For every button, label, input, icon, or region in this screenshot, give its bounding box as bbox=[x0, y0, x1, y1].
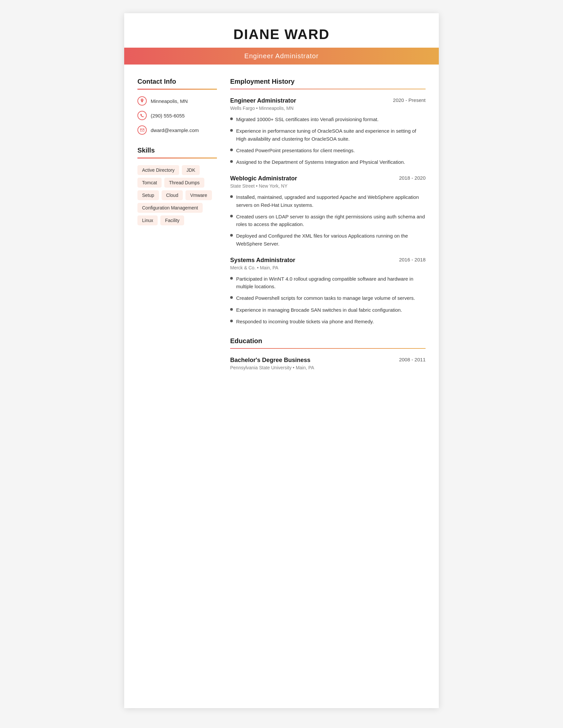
skills-tags-container: Active DirectoryJDKTomcatThread DumpsSet… bbox=[137, 165, 217, 225]
phone-text: (290) 555-6055 bbox=[151, 113, 185, 118]
bullet-text: Installed, maintained, upgraded and supp… bbox=[236, 193, 426, 209]
education-title: Education bbox=[230, 337, 426, 345]
phone-icon bbox=[137, 111, 147, 120]
job-entry: Systems Administrator2016 - 2018Merck & … bbox=[230, 257, 426, 325]
job-company: State Street • New York, NY bbox=[230, 183, 426, 189]
job-bullet: Created Powershell scripts for common ta… bbox=[230, 294, 426, 302]
job-bullet: Migrated 10000+ SSL certificates into Ve… bbox=[230, 115, 426, 123]
skills-divider bbox=[137, 158, 217, 159]
job-dates: 2016 - 2018 bbox=[399, 257, 426, 262]
job-dates: 2018 - 2020 bbox=[399, 175, 426, 181]
email-text: dward@example.com bbox=[151, 127, 199, 133]
email-icon bbox=[137, 125, 147, 135]
skill-tag: Vmware bbox=[185, 190, 211, 200]
bullet-dot bbox=[230, 296, 233, 299]
bullet-text: Created Powershell scripts for common ta… bbox=[236, 294, 415, 302]
job-title: Systems Administrator bbox=[230, 257, 295, 264]
bullet-text: Deployed and Configured the XML files fo… bbox=[236, 232, 426, 248]
job-header: Engineer Administrator2020 - Present bbox=[230, 97, 426, 104]
bullet-text: Assigned to the Department of Systems In… bbox=[236, 158, 405, 166]
job-company: Merck & Co. • Main, PA bbox=[230, 265, 426, 270]
job-title: Engineer Administrator bbox=[230, 97, 296, 104]
skill-tag: Configuration Management bbox=[137, 203, 203, 213]
job-header: Weblogic Administrator2018 - 2020 bbox=[230, 175, 426, 182]
bullet-dot bbox=[230, 277, 233, 280]
edu-degree: Bachelor's Degree Business bbox=[230, 357, 310, 364]
job-bullet: Created users on LDAP server to assign t… bbox=[230, 213, 426, 228]
bullet-dot bbox=[230, 195, 233, 198]
job-bullet: Installed, maintained, upgraded and supp… bbox=[230, 193, 426, 209]
main-content: Employment History Engineer Administrato… bbox=[230, 78, 426, 382]
bullet-dot bbox=[230, 234, 233, 237]
education-divider bbox=[230, 348, 426, 349]
job-entry: Weblogic Administrator2018 - 2020State S… bbox=[230, 175, 426, 248]
resume-body: Contact Info Minneapolis, MN bbox=[124, 65, 439, 395]
job-bullet: Participated in WinNT 4.0 rollout upgrad… bbox=[230, 275, 426, 291]
bullet-dot bbox=[230, 308, 233, 311]
employment-section: Employment History Engineer Administrato… bbox=[230, 78, 426, 325]
skill-tag: Active Directory bbox=[137, 165, 179, 175]
contact-section: Contact Info Minneapolis, MN bbox=[137, 78, 217, 135]
edu-header: Bachelor's Degree Business2008 - 2011 bbox=[230, 357, 426, 364]
job-bullet: Experience in performance tuning of Orac… bbox=[230, 127, 426, 143]
job-entry: Engineer Administrator2020 - PresentWell… bbox=[230, 97, 426, 166]
bullet-dot bbox=[230, 149, 233, 151]
skills-section: Skills Active DirectoryJDKTomcatThread D… bbox=[137, 147, 217, 225]
job-bullet: Responded to incoming trouble tickets vi… bbox=[230, 318, 426, 325]
edu-school: Pennsylvania State University • Main, PA bbox=[230, 365, 426, 370]
skill-tag: Cloud bbox=[162, 190, 183, 200]
skill-tag: Thread Dumps bbox=[164, 178, 204, 188]
job-bullet: Experience in managing Brocade SAN switc… bbox=[230, 306, 426, 314]
job-bullet: Deployed and Configured the XML files fo… bbox=[230, 232, 426, 248]
education-section: Education Bachelor's Degree Business2008… bbox=[230, 337, 426, 370]
title-bar: Engineer Administrator bbox=[124, 48, 439, 65]
skill-tag: Linux bbox=[137, 215, 158, 225]
job-title: Weblogic Administrator bbox=[230, 175, 297, 182]
job-bullet: Assigned to the Department of Systems In… bbox=[230, 158, 426, 166]
bullet-dot bbox=[230, 117, 233, 120]
bullet-text: Experience in performance tuning of Orac… bbox=[236, 127, 426, 143]
employment-title: Employment History bbox=[230, 78, 426, 85]
contact-location: Minneapolis, MN bbox=[137, 96, 217, 106]
edu-entry: Bachelor's Degree Business2008 - 2011Pen… bbox=[230, 357, 426, 370]
skill-tag: JDK bbox=[182, 165, 200, 175]
location-text: Minneapolis, MN bbox=[151, 98, 188, 104]
job-company: Wells Fargo • Minneapolis, MN bbox=[230, 106, 426, 111]
bullet-dot bbox=[230, 215, 233, 217]
contact-phone: (290) 555-6055 bbox=[137, 111, 217, 120]
employment-divider bbox=[230, 89, 426, 89]
education-container: Bachelor's Degree Business2008 - 2011Pen… bbox=[230, 357, 426, 370]
location-icon bbox=[137, 96, 147, 106]
bullet-dot bbox=[230, 129, 233, 132]
skills-title: Skills bbox=[137, 147, 217, 154]
skill-tag: Setup bbox=[137, 190, 159, 200]
contact-email: dward@example.com bbox=[137, 125, 217, 135]
bullet-text: Experience in managing Brocade SAN switc… bbox=[236, 306, 402, 314]
job-dates: 2020 - Present bbox=[393, 97, 426, 103]
candidate-name: DIANE WARD bbox=[131, 26, 432, 42]
bullet-dot bbox=[230, 160, 233, 163]
candidate-title: Engineer Administrator bbox=[131, 52, 432, 60]
skill-tag: Tomcat bbox=[137, 178, 162, 188]
resume-header: DIANE WARD bbox=[124, 13, 439, 42]
resume-container: DIANE WARD Engineer Administrator Contac… bbox=[124, 13, 439, 708]
contact-title: Contact Info bbox=[137, 78, 217, 85]
sidebar: Contact Info Minneapolis, MN bbox=[137, 78, 217, 382]
bullet-text: Participated in WinNT 4.0 rollout upgrad… bbox=[236, 275, 426, 291]
job-bullet: Created PowerPoint presentations for cli… bbox=[230, 147, 426, 154]
job-header: Systems Administrator2016 - 2018 bbox=[230, 257, 426, 264]
bullet-text: Created users on LDAP server to assign t… bbox=[236, 213, 426, 228]
bullet-text: Responded to incoming trouble tickets vi… bbox=[236, 318, 374, 325]
jobs-container: Engineer Administrator2020 - PresentWell… bbox=[230, 97, 426, 325]
bullet-dot bbox=[230, 320, 233, 322]
edu-dates: 2008 - 2011 bbox=[399, 357, 426, 362]
skill-tag: Facility bbox=[160, 215, 184, 225]
bullet-text: Created PowerPoint presentations for cli… bbox=[236, 147, 355, 154]
bullet-text: Migrated 10000+ SSL certificates into Ve… bbox=[236, 115, 379, 123]
contact-divider bbox=[137, 89, 217, 90]
